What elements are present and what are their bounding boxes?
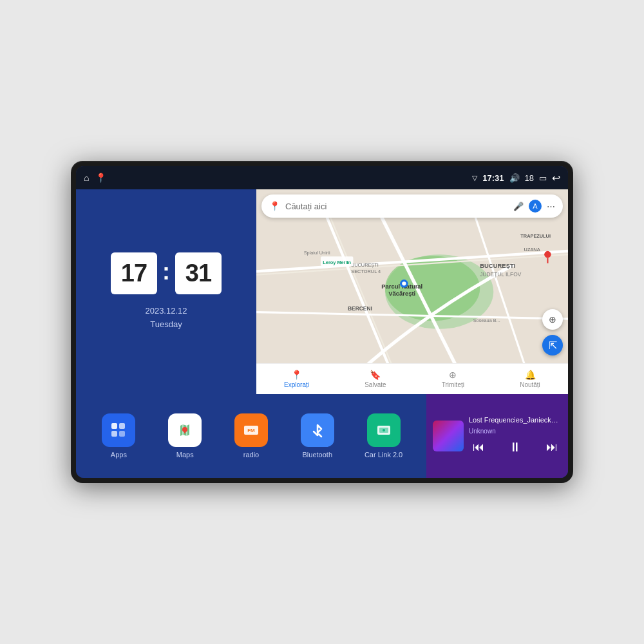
map-nav-saved[interactable]: 🔖 Salvate	[365, 370, 386, 388]
svg-text:Splaiul Unirii: Splaiul Unirii	[304, 250, 330, 256]
status-time: 17:31	[482, 173, 504, 183]
back-button[interactable]: ↩	[552, 172, 560, 184]
svg-text:BUCUREȘTI: BUCUREȘTI	[351, 262, 379, 268]
battery-icon: ▭	[539, 173, 547, 183]
app-item-apps[interactable]: Apps	[98, 413, 140, 459]
apps-label: Apps	[111, 451, 127, 459]
carlink-icon	[367, 413, 401, 447]
media-prev-button[interactable]: ⏮	[469, 439, 488, 455]
apps-panel: Apps Ma	[76, 394, 426, 478]
map-nav-bar: 📍 Explorați 🔖 Salvate ⊕ Trimiteți 🔔	[256, 363, 568, 394]
app-item-bluetooth[interactable]: Bluetooth	[296, 413, 338, 459]
map-nav-explore[interactable]: 📍 Explorați	[284, 370, 309, 388]
status-bar: ⌂ 📍 ▽ 17:31 🔊 18 ▭ ↩	[76, 166, 568, 189]
news-icon: 🔔	[525, 370, 536, 380]
svg-text:SECTORUL 4: SECTORUL 4	[351, 269, 381, 274]
map-panel[interactable]: 📍 Căutați aici 🎤 A ⋯	[256, 189, 568, 394]
explore-label: Explorați	[284, 381, 309, 388]
bottom-section: Apps Ma	[76, 394, 568, 478]
main-content: 17 : 31 2023.12.12 Tuesday 📍 Căutați aic…	[76, 189, 568, 478]
saved-icon: 🔖	[370, 370, 381, 380]
svg-text:Văcărești: Văcărești	[388, 290, 415, 297]
map-zoom-button[interactable]: ⇱	[542, 335, 563, 355]
map-search-placeholder[interactable]: Căutați aici	[285, 202, 508, 211]
bluetooth-label: Bluetooth	[303, 451, 332, 459]
status-right-info: ▽ 17:31 🔊 18 ▭ ↩	[472, 172, 560, 184]
svg-text:JUDEȚUL ILFOV: JUDEȚUL ILFOV	[480, 271, 522, 278]
svg-rect-28	[111, 423, 117, 429]
status-left-icons: ⌂ 📍	[84, 173, 106, 183]
maps-app-icon	[168, 413, 202, 447]
top-section: 17 : 31 2023.12.12 Tuesday 📍 Căutați aic…	[76, 189, 568, 394]
news-label: Noutăți	[520, 381, 540, 388]
media-panel: Lost Frequencies_Janieck Devy-... Unknow…	[426, 394, 568, 478]
media-play-button[interactable]: ⏸	[505, 439, 526, 456]
carlink-label: Car Link 2.0	[365, 451, 402, 459]
media-title: Lost Frequencies_Janieck Devy-...	[469, 416, 559, 424]
maps-label: Maps	[176, 451, 194, 459]
svg-text:Leroy Merlin: Leroy Merlin	[323, 260, 351, 265]
svg-text:UZANA: UZANA	[524, 247, 540, 252]
svg-text:BERCENI: BERCENI	[348, 305, 372, 312]
svg-text:BUCUREȘTI: BUCUREȘTI	[480, 262, 515, 269]
svg-rect-29	[119, 423, 125, 429]
svg-point-24	[402, 281, 406, 285]
svg-point-25	[544, 251, 551, 258]
map-pin-icon: 📍	[269, 201, 280, 211]
media-artist: Unknown	[469, 428, 562, 435]
apps-icon	[102, 413, 135, 447]
map-search-bar[interactable]: 📍 Căutați aici 🎤 A ⋯	[261, 194, 563, 218]
svg-point-41	[383, 429, 385, 431]
bluetooth-icon	[301, 413, 334, 447]
app-item-radio[interactable]: FM radio	[230, 413, 272, 459]
svg-text:TRAPEZULUI: TRAPEZULUI	[520, 233, 551, 239]
maps-icon[interactable]: 📍	[95, 173, 106, 183]
account-icon[interactable]: A	[529, 200, 542, 213]
clock-panel: 17 : 31 2023.12.12 Tuesday	[76, 189, 256, 394]
clock-hour: 17	[111, 252, 157, 294]
map-search-actions: 🎤 A ⋯	[513, 200, 555, 213]
explore-icon: 📍	[291, 370, 302, 380]
svg-text:Șoseaua B...: Șoseaua B...	[473, 317, 500, 323]
media-info-controls: Lost Frequencies_Janieck Devy-... Unknow…	[469, 416, 562, 456]
car-display-device: ⌂ 📍 ▽ 17:31 🔊 18 ▭ ↩ 17 :	[71, 161, 573, 483]
clock-display: 17 : 31	[111, 252, 222, 294]
map-nav-news[interactable]: 🔔 Noutăți	[520, 370, 540, 388]
app-item-carlink[interactable]: Car Link 2.0	[363, 413, 404, 459]
signal-icon: ▽	[472, 174, 477, 182]
media-controls: ⏮ ⏸ ⏭	[469, 439, 562, 456]
media-album-art	[433, 421, 464, 451]
mic-icon[interactable]: 🎤	[513, 202, 524, 211]
media-next-button[interactable]: ⏭	[542, 439, 562, 455]
map-nav-send[interactable]: ⊕ Trimiteți	[442, 370, 464, 388]
battery-level: 18	[525, 173, 534, 183]
app-item-maps[interactable]: Maps	[164, 413, 206, 459]
svg-text:FM: FM	[247, 428, 255, 433]
send-icon: ⊕	[449, 370, 457, 380]
grid-icon[interactable]: ⋯	[547, 202, 555, 211]
media-thumbnail	[433, 421, 464, 451]
saved-label: Salvate	[365, 381, 386, 388]
svg-rect-31	[119, 431, 125, 437]
clock-minute: 31	[175, 252, 222, 294]
send-label: Trimiteți	[442, 381, 464, 388]
clock-colon: :	[162, 258, 170, 285]
svg-rect-30	[111, 431, 117, 437]
home-icon[interactable]: ⌂	[84, 173, 89, 183]
clock-date: 2023.12.12 Tuesday	[145, 305, 187, 332]
volume-icon: 🔊	[509, 173, 520, 183]
device-screen: ⌂ 📍 ▽ 17:31 🔊 18 ▭ ↩ 17 :	[76, 166, 568, 478]
radio-label: radio	[243, 451, 259, 459]
map-locate-button[interactable]: ⊕	[542, 309, 563, 330]
radio-icon: FM	[234, 413, 268, 447]
